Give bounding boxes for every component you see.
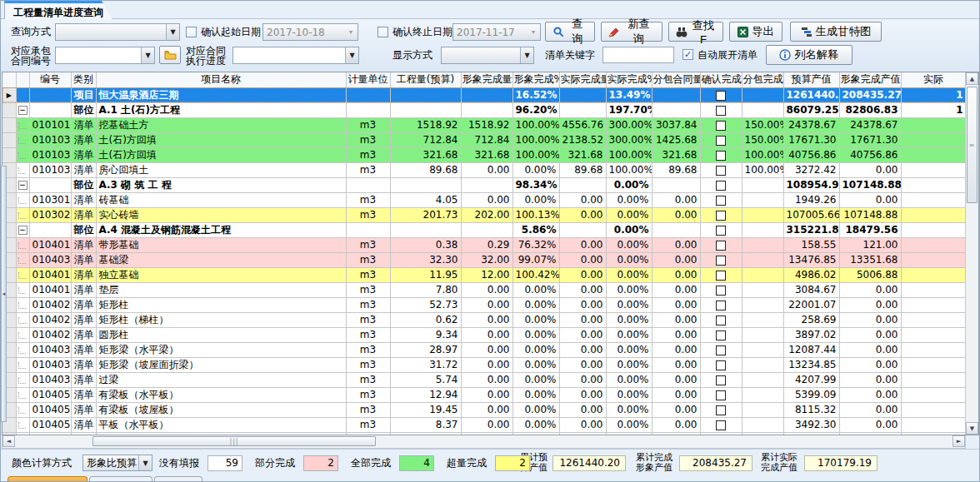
table-row-item[interactable]: 010405清单平板（水平板）m38.370.000.00%0.000.00%0…: [2, 417, 966, 432]
table-row-item[interactable]: 010401清单独立基础m311.9512.00100.42%0.000.00%…: [2, 267, 966, 282]
table-row-section[interactable]: −部位A.4 混凝土及钢筋混凝土工程5.86%0.00%315221.86184…: [2, 222, 966, 237]
column-header-sp[interactable]: 分包完成%: [742, 72, 783, 87]
table-row-item[interactable]: 010403清单基础梁m332.3032.0099.07%0.000.00%0.…: [2, 252, 966, 267]
contract-no-combo[interactable]: ▼: [55, 47, 155, 64]
left-panel-splitter[interactable]: ◂: [1, 166, 7, 422]
end-date-picker[interactable]: 2017-11-17 ▾: [452, 23, 541, 41]
confirm-checkbox[interactable]: [716, 226, 726, 236]
table-row-item[interactable]: 010402清单矩形柱m352.730.000.00%0.000.00%0.00…: [2, 297, 966, 312]
confirm-checkbox[interactable]: [716, 405, 726, 415]
chevron-down-icon[interactable]: ▾: [344, 24, 358, 40]
table-row-item[interactable]: 010402清单圆形柱m39.340.000.00%0.000.00%0.003…: [2, 327, 966, 342]
confirm-checkbox[interactable]: [716, 301, 726, 311]
table-row-item[interactable]: 010401清单垫层m37.800.000.00%0.000.00%0.0030…: [2, 282, 966, 297]
confirm-checkbox[interactable]: [716, 136, 726, 146]
export-button[interactable]: 导出: [729, 22, 782, 42]
column-header-cat[interactable]: 类别: [71, 72, 96, 87]
confirm-checkbox[interactable]: [716, 196, 726, 206]
confirm-checkbox[interactable]: [716, 151, 726, 161]
column-header-name[interactable]: 项目名称: [96, 72, 346, 87]
vertical-scroll-thumb[interactable]: ≡: [967, 87, 978, 203]
confirm-checkbox[interactable]: [716, 121, 726, 131]
generate-gantt-button[interactable]: 生成甘特图: [790, 22, 882, 42]
table-row-item[interactable]: 010103清单土(石)方回填m3712.84712.84100.00%2138…: [2, 132, 966, 147]
query-mode-combo[interactable]: ▼: [55, 23, 180, 41]
bottom-tab-2[interactable]: [89, 476, 152, 482]
scroll-left-icon[interactable]: ◄: [2, 435, 15, 447]
table-row-item[interactable]: 010405清单有梁板（水平板）m312.940.000.00%0.000.00…: [2, 387, 966, 402]
vertical-scrollbar[interactable]: ▲ ≡ ▼: [965, 72, 978, 435]
table-row-item[interactable]: 010403清单矩形梁（坡屋面折梁）m331.720.000.00%0.000.…: [2, 357, 966, 372]
table-row-item[interactable]: 010302清单实心砖墙m3201.73202.00100.13%0.000.0…: [2, 207, 966, 222]
table-row-section[interactable]: −部位A.3 砌 筑 工 程98.34%0.00%108954.92107148…: [2, 177, 966, 192]
confirm-checkbox[interactable]: [716, 91, 726, 101]
table-row-item[interactable]: 010405清单有梁板（坡屋板）m319.450.000.00%0.000.00…: [2, 402, 966, 417]
column-header-code[interactable]: 编号: [29, 72, 71, 87]
column-header-vi[interactable]: 形象完成产值: [839, 72, 901, 87]
table-row-item[interactable]: 010301清单砖基础m34.050.000.00%0.000.00%0.001…: [2, 192, 966, 207]
confirm-checkbox[interactable]: [716, 330, 726, 340]
chevron-down-icon[interactable]: ▼: [138, 455, 152, 470]
bottom-tab-active[interactable]: [8, 476, 88, 482]
scroll-right-icon[interactable]: ►: [952, 435, 965, 447]
column-help-button[interactable]: 列名解释: [766, 45, 852, 65]
horizontal-scroll-thumb[interactable]: |||: [92, 436, 376, 446]
color-mode-combo[interactable]: 形象比预算 ▼: [82, 455, 152, 471]
column-header-qb[interactable]: 工程量(预算): [390, 72, 461, 87]
confirm-checkbox[interactable]: [716, 360, 726, 370]
end-date-checkbox[interactable]: [378, 27, 388, 37]
contract-progress-combo[interactable]: ▼: [232, 47, 359, 64]
find-button[interactable]: 查找F: [668, 22, 723, 42]
table-row-item[interactable]: 010103清单房心回填土m389.680.000.00%89.68100.00…: [2, 162, 966, 177]
chevron-down-icon[interactable]: ▾: [527, 24, 540, 40]
table-row-item[interactable]: 010401清单带形基础m30.380.2976.32%0.000.00%0.0…: [2, 237, 966, 252]
start-date-checkbox[interactable]: [186, 27, 197, 37]
column-header-qd[interactable]: 形象完成量: [461, 72, 512, 87]
column-header-va[interactable]: 实际: [901, 72, 966, 87]
tree-expand-icon[interactable]: −: [18, 181, 28, 190]
keyword-input[interactable]: [602, 47, 674, 63]
bottom-tab-3[interactable]: [154, 476, 202, 482]
confirm-checkbox[interactable]: [716, 345, 726, 355]
confirm-checkbox[interactable]: [716, 181, 726, 191]
confirm-checkbox[interactable]: [716, 375, 726, 385]
table-row-item[interactable]: 010101清单挖基础土方m31518.921518.92100.00%4556…: [2, 117, 966, 132]
column-header-unit[interactable]: 计量单位: [346, 72, 390, 87]
open-folder-button[interactable]: [159, 46, 181, 64]
table-row-item[interactable]: 010403清单矩形梁（水平梁）m328.970.000.00%0.000.00…: [2, 342, 966, 357]
scroll-up-icon[interactable]: ▲: [966, 72, 978, 85]
tree-expand-icon[interactable]: −: [18, 106, 28, 115]
confirm-checkbox[interactable]: [716, 106, 726, 116]
table-row-item[interactable]: 010402清单矩形柱（梯柱）m30.620.000.00%0.000.00%0…: [2, 312, 966, 327]
chevron-down-icon[interactable]: ▼: [166, 24, 179, 40]
query-button[interactable]: 查询: [545, 22, 595, 42]
auto-expand-checkbox[interactable]: ✓: [682, 49, 693, 60]
column-header-pi[interactable]: 形象完成%: [512, 72, 559, 87]
confirm-checkbox[interactable]: [716, 211, 726, 221]
column-header-confirm[interactable]: 确认完成: [700, 72, 742, 87]
tab-progress-query[interactable]: 工程量清单进度查询: [4, 1, 112, 19]
column-header-pa[interactable]: 实际完成%: [606, 72, 652, 87]
column-header-vb[interactable]: 预算产值: [783, 72, 839, 87]
column-header-sq[interactable]: 分包合同量: [652, 72, 700, 87]
chevron-down-icon[interactable]: ▼: [345, 47, 358, 63]
confirm-checkbox[interactable]: [716, 166, 726, 176]
horizontal-scrollbar[interactable]: ◄ ||| ►: [2, 435, 966, 449]
confirm-checkbox[interactable]: [716, 256, 726, 266]
confirm-checkbox[interactable]: [716, 271, 726, 281]
confirm-checkbox[interactable]: [716, 316, 726, 325]
chevron-down-icon[interactable]: ▼: [520, 47, 533, 63]
scroll-down-icon[interactable]: ▼: [966, 422, 978, 435]
confirm-checkbox[interactable]: [716, 241, 726, 251]
table-row-item[interactable]: 010403清单过梁m35.740.000.00%0.000.00%0.0042…: [2, 372, 966, 387]
confirm-checkbox[interactable]: [716, 390, 726, 400]
display-mode-combo[interactable]: ▼: [441, 47, 534, 64]
new-query-button[interactable]: 新查询: [601, 22, 662, 42]
confirm-checkbox[interactable]: [716, 286, 726, 296]
tree-expand-icon[interactable]: −: [18, 226, 28, 235]
confirm-checkbox[interactable]: [716, 420, 726, 430]
table-row-item[interactable]: 010103清单土(石)方回填m3321.68321.68100.00%321.…: [2, 147, 966, 162]
chevron-down-icon[interactable]: ▼: [141, 47, 154, 63]
column-header-qa[interactable]: 实际完成量: [559, 72, 606, 87]
table-row-section[interactable]: −部位A.1 土(石)方工程96.20%197.70%86079.2582806…: [2, 102, 966, 117]
